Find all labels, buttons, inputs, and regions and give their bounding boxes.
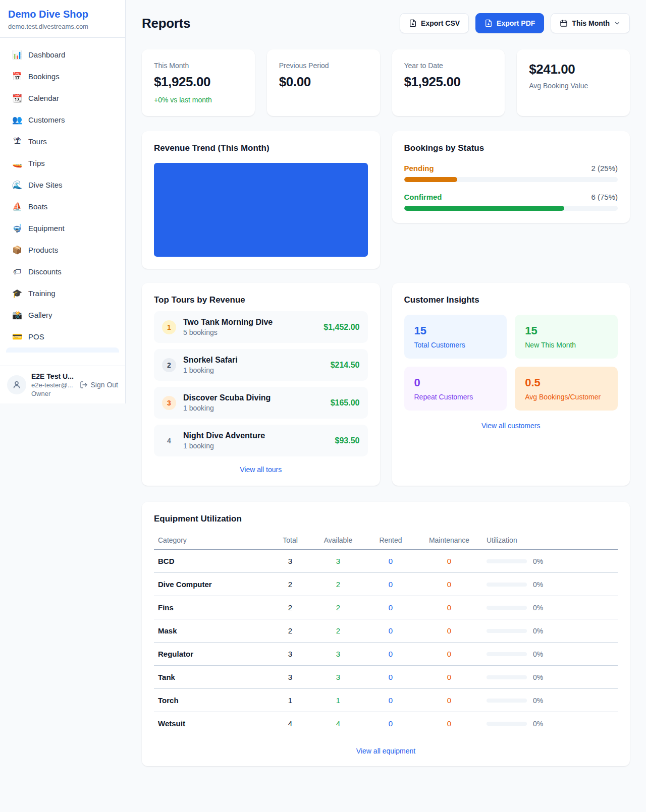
utilization-bar [487,699,527,703]
customer-insights-card: Customer Insights 15 Total Customers 15 … [392,283,630,486]
insight-label: New This Month [525,341,608,349]
stat-value: $0.00 [279,74,368,90]
sidebar-item-customers[interactable]: 👥Customers [6,109,119,131]
insight-value: 0 [414,376,497,389]
stat-label: Previous Period [279,62,368,70]
view-all-equipment-link[interactable]: View all equipment [154,747,618,755]
export-csv-button[interactable]: Export CSV [400,13,469,33]
cell-maintenance: 0 [416,689,482,712]
cell-total: 2 [270,619,311,643]
tour-bookings: 1 booking [183,442,265,450]
cell-maintenance: 0 [416,619,482,643]
brand-name: Demo Dive Shop [8,9,117,20]
stat-card-avg-booking-value: $241.00 Avg Booking Value [517,49,630,116]
sidebar-item-label: Trips [28,159,45,167]
sidebar-item-label: POS [28,332,44,341]
period-dropdown[interactable]: This Month [551,13,630,33]
export-pdf-button[interactable]: Export PDF [475,13,544,33]
sidebar-item-discounts[interactable]: 🏷Discounts [6,261,119,282]
sidebar-item-tours[interactable]: 🏝Tours [6,131,119,152]
package-icon: 📦 [12,245,22,255]
sidebar-item-label: Gallery [28,311,52,319]
user-meta: E2E Test U... e2e-tester@... Owner [31,372,74,397]
user-email: e2e-tester@... [31,381,74,389]
sidebar-item-calendar[interactable]: 📆Calendar [6,87,119,109]
view-all-customers-link[interactable]: View all customers [404,422,618,430]
chevron-down-icon [614,20,621,27]
utilization-bar [487,722,527,726]
sidebar-item-training[interactable]: 🎓Training [6,282,119,304]
insight-label: Avg Bookings/Customer [525,393,608,401]
stat-label: Avg Booking Value [529,82,618,90]
insight-value: 0.5 [525,376,608,389]
sidebar-item-label: Customers [28,115,65,124]
insights-grid: 15 Total Customers 15 New This Month 0 R… [404,315,618,411]
rank-badge: 4 [162,434,176,448]
sidebar-item-bookings[interactable]: 📅Bookings [6,66,119,87]
tour-row: 4 Night Dive Adventure1 booking $93.50 [154,425,368,456]
tour-name: Discover Scuba Diving [183,393,271,402]
cell-category: Wetsuit [154,712,270,735]
sidebar-item-reports-partial[interactable] [6,347,119,353]
island-icon: 🏝 [12,137,22,146]
sidebar-item-products[interactable]: 📦Products [6,239,119,261]
rank-badge: 2 [162,358,176,372]
sidebar-item-label: Calendar [28,94,59,102]
cell-total: 3 [270,666,311,689]
tour-bookings: 1 booking [183,366,238,374]
wave-icon: 🌊 [12,180,22,190]
sidebar-item-pos[interactable]: 💳POS [6,326,119,347]
insight-value: 15 [525,324,608,337]
sidebar-item-label: Equipment [28,224,65,233]
bar-chart-icon: 📊 [12,50,22,60]
sidebar-item-dashboard[interactable]: 📊Dashboard [6,44,119,66]
sign-out-button[interactable]: Sign Out [80,381,118,389]
bookings-by-status-title: Bookings by Status [404,143,618,153]
table-row: Mask 2 2 0 0 0% [154,619,618,643]
person-icon [12,380,22,390]
status-row-confirmed: Confirmed 6 (75%) [404,193,618,211]
sidebar-item-label: Training [28,289,56,298]
sidebar-item-label: Products [28,246,58,254]
cell-rented: 0 [365,550,416,573]
export-pdf-label: Export PDF [497,19,535,27]
progress-fill [404,177,458,182]
view-all-tours-link[interactable]: View all tours [154,466,368,474]
sidebar-item-label: Boats [28,202,47,211]
sidebar-nav: 📊Dashboard 📅Bookings 📆Calendar 👥Customer… [0,38,125,353]
page-header: Reports Export CSV Export PDF This Month [142,13,630,33]
sidebar-item-equipment[interactable]: 🤿Equipment [6,217,119,239]
table-header-row: Category Total Available Rented Maintena… [154,531,618,550]
stat-value: $1,925.00 [154,74,243,90]
table-row: Dive Computer 2 2 0 0 0% [154,573,618,596]
sidebar-item-trips[interactable]: 🚤Trips [6,152,119,174]
progress-track [404,206,618,211]
cell-total: 1 [270,689,311,712]
file-download-icon [409,19,417,27]
cell-category: Regulator [154,643,270,666]
sidebar-item-boats[interactable]: ⛵Boats [6,196,119,217]
top-tours-card: Top Tours by Revenue 1 Two Tank Morning … [142,283,380,486]
insight-tile-total-customers: 15 Total Customers [404,315,507,359]
sidebar-item-label: Bookings [28,72,60,81]
tour-name: Snorkel Safari [183,356,238,364]
top-tours-title: Top Tours by Revenue [154,295,368,305]
sidebar-item-dive-sites[interactable]: 🌊Dive Sites [6,174,119,196]
column-header-available: Available [311,531,365,550]
cell-category: Fins [154,596,270,619]
cell-total: 4 [270,712,311,735]
stat-card-year-to-date: Year to Date $1,925.00 [392,49,505,116]
bookings-by-status-card: Bookings by Status Pending 2 (25%) Confi… [392,131,630,223]
cell-available: 3 [311,550,365,573]
sidebar-item-gallery[interactable]: 📸Gallery [6,304,119,326]
tour-revenue: $1,452.00 [324,323,359,332]
page-title: Reports [142,16,190,31]
cell-rented: 0 [365,619,416,643]
cell-rented: 0 [365,666,416,689]
table-row: BCD 3 3 0 0 0% [154,550,618,573]
column-header-rented: Rented [365,531,416,550]
cell-rented: 0 [365,643,416,666]
stat-card-this-month: This Month $1,925.00 +0% vs last month [142,49,255,116]
utilization-percent: 0% [533,581,543,589]
stat-delta: +0% vs last month [154,96,243,104]
